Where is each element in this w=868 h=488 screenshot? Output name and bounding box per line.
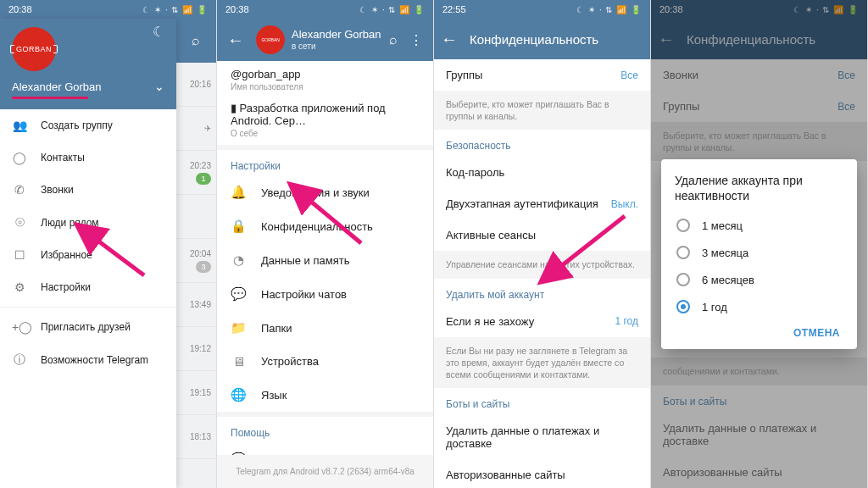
row-devices[interactable]: 🖥Устройства xyxy=(217,345,433,378)
status-bar: 20:38 ☾ ✶ · ⇅ 📶 🔋 xyxy=(217,0,433,19)
status-time: 20:38 xyxy=(225,4,249,14)
option-1-year[interactable]: 1 год xyxy=(675,293,843,320)
phone-1-drawer: 20:38 ☾ ✶ · ⇅ 📶 🔋 ⌕ 20:16 ✈ 20:231 20:04… xyxy=(0,0,217,488)
divider xyxy=(0,307,176,308)
phone-icon: ✆ xyxy=(12,183,27,197)
settings-header: ← GORBAN Alexander Gorban в сети ⌕ ⋮ xyxy=(217,19,433,61)
row-folders[interactable]: 📁Папки xyxy=(217,311,433,345)
phone-2-settings: 20:38 ☾ ✶ · ⇅ 📶 🔋 ← GORBAN Alexander Gor… xyxy=(217,0,434,488)
lock-icon: 🔒 xyxy=(231,219,246,234)
night-mode-icon[interactable]: ☾ xyxy=(153,24,164,40)
menu-create-group[interactable]: 👥Создать группу xyxy=(0,109,176,141)
info-icon: ⓘ xyxy=(12,352,27,368)
bell-icon: 🔔 xyxy=(231,185,246,200)
row-passcode[interactable]: Код-пароль xyxy=(434,157,650,188)
option-1-month[interactable]: 1 месяц xyxy=(675,212,843,239)
back-icon[interactable]: ← xyxy=(441,30,458,49)
row-chats[interactable]: 💬Настройки чатов xyxy=(217,277,433,311)
avatar[interactable]: GORBAN xyxy=(12,27,56,71)
row-language[interactable]: 🌐Язык xyxy=(217,378,433,412)
chat-icon: 💬 xyxy=(231,286,246,302)
menu-people-nearby[interactable]: ⦾Люди рядом xyxy=(0,206,176,239)
menu-features[interactable]: ⓘВозможности Telegram xyxy=(0,343,176,377)
menu-invite[interactable]: +◯Пригласить друзей xyxy=(0,311,176,343)
username-field[interactable]: @gorban_app Имя пользователя xyxy=(217,61,433,98)
status-bar: 20:38 ☾ ✶ · ⇅ 📶 🔋 xyxy=(0,0,216,19)
group-icon: 👥 xyxy=(12,119,27,132)
option-3-months[interactable]: 3 месяца xyxy=(675,239,843,266)
data-icon: ◔ xyxy=(231,252,246,268)
section-delete-account: Удалить мой аккаунт xyxy=(434,279,650,306)
radio-icon xyxy=(676,300,690,313)
status-bar: 22:55 ☾ ✶ · ⇅ 📶 🔋 xyxy=(434,0,650,19)
radio-icon xyxy=(676,246,690,259)
row-authsites[interactable]: Авторизованные сайты xyxy=(434,459,650,488)
status-time: 22:55 xyxy=(442,4,466,14)
menu-settings[interactable]: ⚙Настройки xyxy=(0,271,176,303)
menu-calls[interactable]: ✆Звонки xyxy=(0,174,176,206)
menu-saved[interactable]: ☐Избранное xyxy=(0,239,176,271)
drawer-header: ☾ GORBAN Alexander Gorban ⌄ xyxy=(0,19,176,109)
version-footer: Telegram для Android v8.7.2 (2634) arm64… xyxy=(217,455,433,488)
avatar[interactable]: GORBAN xyxy=(256,25,285,54)
section-settings: Настройки xyxy=(217,150,433,175)
search-icon[interactable]: ⌕ xyxy=(389,32,398,48)
header-title: Конфиденциальность xyxy=(470,32,598,47)
row-groups[interactable]: ГруппыВсе xyxy=(434,59,650,91)
status-icons: ☾ ✶ · ⇅ 📶 🔋 xyxy=(576,5,642,14)
more-icon[interactable]: ⋮ xyxy=(409,32,423,48)
row-2fa[interactable]: Двухэтапная аутентификацияВыкл. xyxy=(434,188,650,219)
row-payments[interactable]: Удалить данные о платежах и доставке xyxy=(434,415,650,459)
profile-name: Alexander Gorban xyxy=(292,28,382,42)
delete-account-dialog: Удаление аккаунта при неактивности 1 мес… xyxy=(661,159,857,349)
row-inactive[interactable]: Если я не захожу1 год xyxy=(434,306,650,337)
invite-icon: +◯ xyxy=(12,320,27,334)
dialog-title: Удаление аккаунта при неактивности xyxy=(675,173,843,203)
folder-icon: 📁 xyxy=(231,320,246,336)
section-bots: Боты и сайты xyxy=(434,388,650,415)
hint-sessions: Управление сеансами на других устройства… xyxy=(434,251,650,278)
search-icon[interactable]: ⌕ xyxy=(175,19,216,63)
hint-groups: Выберите, кто может приглашать Вас в гру… xyxy=(434,91,650,130)
phone-4-dialog: 20:38 ☾ ✶ · ⇅ 📶 🔋 ← Конфиденциальность З… xyxy=(651,0,868,488)
radio-icon xyxy=(676,219,690,232)
drawer-username: Alexander Gorban xyxy=(12,80,102,93)
row-notifications[interactable]: 🔔Уведомления и звуки xyxy=(217,175,433,209)
devices-icon: 🖥 xyxy=(231,354,246,369)
menu-contacts[interactable]: ◯Контакты xyxy=(0,141,176,174)
row-sessions[interactable]: Активные сеансы xyxy=(434,219,650,251)
option-6-months[interactable]: 6 месяцев xyxy=(675,266,843,293)
radio-icon xyxy=(676,273,690,286)
bookmark-icon: ☐ xyxy=(12,248,27,262)
person-icon: ◯ xyxy=(12,151,27,164)
cancel-button[interactable]: ОТМЕНА xyxy=(793,327,840,339)
status-time: 20:38 xyxy=(8,4,32,14)
phone-3-privacy: 22:55 ☾ ✶ · ⇅ 📶 🔋 ← Конфиденциальность Г… xyxy=(434,0,651,488)
privacy-header: ← Конфиденциальность xyxy=(434,19,650,59)
gear-icon: ⚙ xyxy=(12,280,27,294)
profile-status: в сети xyxy=(292,42,382,52)
nearby-icon: ⦾ xyxy=(12,215,27,230)
row-data[interactable]: ◔Данные и память xyxy=(217,243,433,277)
chat-list-peek: ⌕ 20:16 ✈ 20:231 20:043 13:49 19:12 19:1… xyxy=(175,19,216,488)
back-icon[interactable]: ← xyxy=(222,30,249,50)
status-icons: ☾ ✶ · ⇅ 📶 🔋 xyxy=(359,5,425,14)
globe-icon: 🌐 xyxy=(231,387,246,402)
section-security: Безопасность xyxy=(434,130,650,157)
row-privacy[interactable]: 🔒Конфиденциальность xyxy=(217,209,433,243)
accent-bar xyxy=(12,97,88,99)
bio-field[interactable]: ▮ Разработка приложений под Android. Сер… xyxy=(217,98,433,145)
chevron-down-icon[interactable]: ⌄ xyxy=(154,80,164,93)
hint-inactive: Если Вы ни разу не заглянете в Telegram … xyxy=(434,337,650,389)
navigation-drawer: ☾ GORBAN Alexander Gorban ⌄ 👥Создать гру… xyxy=(0,19,176,488)
status-icons: ☾ ✶ · ⇅ 📶 🔋 xyxy=(142,5,208,14)
section-help: Помощь xyxy=(217,417,433,442)
